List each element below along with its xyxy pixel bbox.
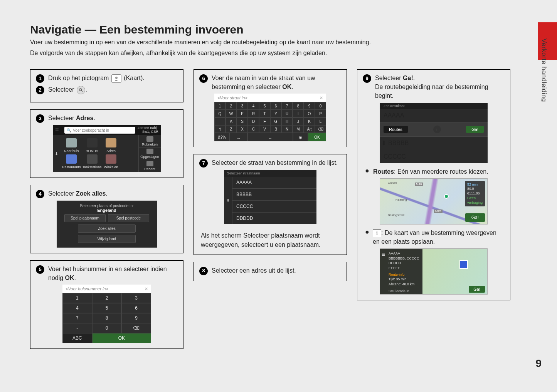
- map-icon: MAP: [111, 74, 121, 83]
- card-step-9: 9 Selecteer Ga!. De routebegeleiding naa…: [357, 69, 510, 300]
- hamburger-icon: ≡: [55, 127, 62, 134]
- mock-destination-map: AAAAA BBBBBBB, CCCCC DDDDD EEEEE Route-i…: [380, 248, 488, 295]
- search-input-mock: 🔍 Voer zoekopdracht in: [64, 127, 135, 134]
- step-6-text: Voer de naam in van de straat van uw bes…: [212, 74, 341, 91]
- step-8-badge: 8: [199, 267, 208, 275]
- card-step-7: 7 Selecteer de straat van bestemming in …: [194, 154, 347, 255]
- info-box-icon: i: [373, 230, 381, 237]
- svg-text:MAP: MAP: [115, 80, 118, 81]
- bullet-info: i: De kaart van uw bestemming weergeven …: [373, 228, 505, 246]
- card-step-4: 4 Selecteer Zoek alles. Selecteer plaats…: [30, 185, 183, 253]
- step-1-text: Druk op het pictogram MAP (Kaart).: [48, 74, 145, 83]
- card-steps-1-2: 1 Druk op het pictogram MAP (Kaart). 2 S…: [30, 69, 183, 102]
- step-7-text: Selecteer de straat van bestemming in de…: [212, 158, 338, 167]
- mock-search-screen: ≡ 🔍 Voer zoekopdracht in Zoeken nabij:Sw…: [53, 125, 161, 172]
- step-6-badge: 6: [199, 74, 208, 83]
- mock-street-list: Selecteer straatnaam ⬇ AAAAA BBBBB CCCCC…: [224, 170, 316, 224]
- step-1-badge: 1: [36, 74, 44, 83]
- mock-route-map: Oxford Reading Basingstoke M40 M25 52 mi…: [380, 178, 488, 224]
- mock-result-list: Zoekresultaat AAAAA Routes i Ga! ⬇BBBBB …: [380, 103, 488, 163]
- step-2-text: Selecteer .: [48, 85, 88, 94]
- card-step-6: 6 Voer de naam in van de straat van uw b…: [194, 69, 347, 147]
- step-8-text: Selecteer een adres uit de lijst.: [212, 266, 296, 275]
- step-5-text: Voer het huisnummer in en selecteer indi…: [48, 265, 178, 282]
- intro-line-2: De volgorde van de stappen kan afwijken,…: [30, 49, 530, 58]
- arrow-down-icon: ⬇: [53, 135, 60, 172]
- card-step-3: 3 Selecteer Adres. ≡ 🔍 Voer zoekopdracht…: [30, 109, 183, 178]
- mock-place-screen: Selecteer plaats of postcode in: Engelan…: [57, 201, 157, 248]
- step-7-badge: 7: [199, 159, 208, 168]
- svg-point-2: [79, 89, 82, 91]
- info-icon: i: [433, 126, 441, 133]
- bullet-icon: ●: [365, 228, 369, 246]
- search-location: Zoeken nabij:Sw1, GBR: [138, 126, 158, 134]
- step-4-badge: 4: [36, 190, 44, 198]
- step-4-text: Selecteer Zoek alles.: [48, 189, 108, 198]
- intro-line-1: Voer uw bestemming in op een van de vers…: [30, 38, 530, 47]
- step-5-badge: 5: [36, 265, 44, 274]
- step-7-note: Als het scherm Selecteer plaatsnaam word…: [201, 231, 341, 249]
- arrow-down-icon: ⬇: [224, 177, 232, 224]
- mock-keyboard-screen: <Voer straat in>✕ 1234567890 QWERTYUIOP …: [214, 94, 326, 141]
- card-step-5: 5 Voer het huisnummer in en selecteer in…: [30, 260, 183, 349]
- mock-numpad-screen: <Voer huisnummer in>✕ 123 456 789 -0⌫ AB…: [62, 285, 151, 343]
- page-number: 9: [535, 357, 542, 370]
- card-step-8: 8 Selecteer een adres uit de lijst.: [194, 262, 347, 281]
- step-2-badge: 2: [36, 86, 44, 94]
- search-icon: [77, 86, 85, 94]
- bullet-icon: ●: [365, 167, 369, 176]
- page-title: Navigatie — Een bestemming invoeren: [30, 23, 530, 36]
- step-9-badge: 9: [363, 74, 371, 83]
- step-3-badge: 3: [36, 114, 44, 123]
- step-9-text: Selecteer Ga!. De routebegeleiding naar …: [375, 74, 505, 101]
- svg-line-3: [81, 90, 82, 92]
- bullet-routes: Routes: Eén van meerdere routes kiezen.: [373, 167, 488, 176]
- step-3-text: Selecteer Adres.: [48, 114, 95, 122]
- side-label: Verkorte handleiding: [540, 39, 548, 102]
